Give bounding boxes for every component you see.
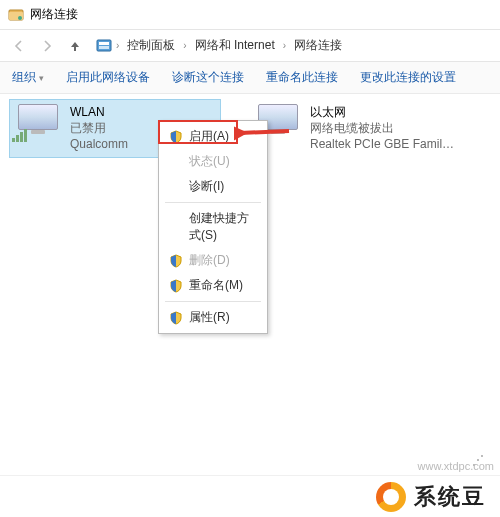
window-title: 网络连接 <box>30 6 78 23</box>
navbar: › 控制面板 › 网络和 Internet › 网络连接 <box>0 30 500 62</box>
shield-icon <box>169 311 183 325</box>
adapter-status: 网络电缆被拔出 <box>310 120 456 136</box>
ctx-label: 删除(D) <box>189 252 230 269</box>
ctx-label: 状态(U) <box>189 153 230 170</box>
breadcrumb-item[interactable]: 控制面板 <box>123 35 179 56</box>
forward-button[interactable] <box>36 35 58 57</box>
ctx-label: 重命名(M) <box>189 277 243 294</box>
ctx-status: 状态(U) <box>159 149 267 174</box>
brand-logo-icon <box>376 482 406 512</box>
adapter-name: 以太网 <box>310 104 456 120</box>
breadcrumb-sep: › <box>283 40 286 51</box>
ctx-properties[interactable]: 属性(R) <box>159 305 267 330</box>
adapter-vendor: Qualcomm <box>70 136 128 152</box>
adapter-vendor: Realtek PCIe GBE Family... <box>310 136 456 152</box>
context-menu: 启用(A) 状态(U) 诊断(I) 创建快捷方式(S) 删除(D) 重命名(M)… <box>158 120 268 334</box>
adapter-text: WLAN 已禁用 Qualcomm <box>70 104 128 153</box>
svg-point-2 <box>18 16 22 20</box>
change-settings-button[interactable]: 更改此连接的设置 <box>360 69 456 86</box>
toolbar: 组织 启用此网络设备 诊断这个连接 重命名此连接 更改此连接的设置 <box>0 62 500 94</box>
shield-icon <box>169 254 183 268</box>
svg-rect-5 <box>99 46 109 49</box>
ctx-label: 创建快捷方式(S) <box>189 210 257 244</box>
address-bar[interactable]: › 控制面板 › 网络和 Internet › 网络连接 <box>92 35 492 56</box>
breadcrumb-sep: › <box>183 40 186 51</box>
watermark: www.xtdpc.com <box>418 460 494 472</box>
ctx-label: 属性(R) <box>189 309 230 326</box>
adapter-ethernet[interactable]: 以太网 网络电缆被拔出 Realtek PCIe GBE Family... <box>250 100 460 157</box>
brand-name: 系统豆 <box>414 482 486 512</box>
ctx-separator <box>165 202 261 203</box>
control-panel-icon <box>96 38 112 54</box>
adapter-status: 已禁用 <box>70 120 128 136</box>
breadcrumb-item[interactable]: 网络和 Internet <box>191 35 279 56</box>
ctx-label: 诊断(I) <box>189 178 224 195</box>
up-button[interactable] <box>64 35 86 57</box>
diagnose-button[interactable]: 诊断这个连接 <box>172 69 244 86</box>
svg-rect-4 <box>99 42 109 45</box>
ctx-separator <box>165 301 261 302</box>
ctx-enable[interactable]: 启用(A) <box>159 124 267 149</box>
rename-button[interactable]: 重命名此连接 <box>266 69 338 86</box>
network-folder-icon <box>8 7 24 23</box>
shield-icon <box>169 130 183 144</box>
back-button[interactable] <box>8 35 30 57</box>
adapter-name: WLAN <box>70 104 128 120</box>
adapter-text: 以太网 网络电缆被拔出 Realtek PCIe GBE Family... <box>310 104 456 153</box>
organize-menu[interactable]: 组织 <box>12 69 44 86</box>
titlebar: 网络连接 <box>0 0 500 30</box>
enable-device-button[interactable]: 启用此网络设备 <box>66 69 150 86</box>
footer: 系统豆 <box>0 475 500 517</box>
wlan-adapter-icon <box>14 104 62 140</box>
shield-icon <box>169 279 183 293</box>
ctx-rename[interactable]: 重命名(M) <box>159 273 267 298</box>
ctx-label: 启用(A) <box>189 128 229 145</box>
svg-rect-3 <box>97 40 111 51</box>
ctx-delete: 删除(D) <box>159 248 267 273</box>
ctx-create-shortcut[interactable]: 创建快捷方式(S) <box>159 206 267 248</box>
breadcrumb-item[interactable]: 网络连接 <box>290 35 346 56</box>
ctx-diagnose[interactable]: 诊断(I) <box>159 174 267 199</box>
breadcrumb-sep: › <box>116 40 119 51</box>
